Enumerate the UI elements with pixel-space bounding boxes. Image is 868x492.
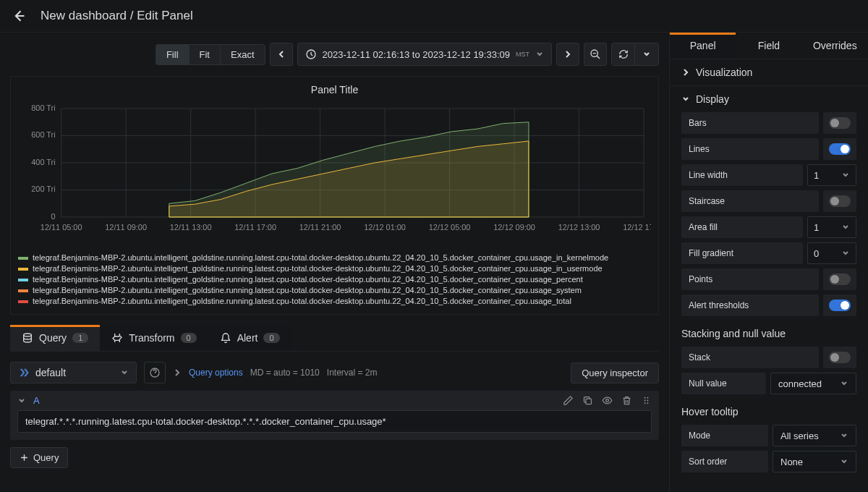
chart-legend: telegraf.Benjamins-MBP-2.ubuntu.intellig… [18, 253, 651, 307]
trash-icon[interactable] [621, 395, 632, 406]
tab-transform[interactable]: Transform0 [100, 325, 208, 351]
edit-icon[interactable] [563, 395, 574, 406]
svg-text:12/11 13:00: 12/11 13:00 [170, 223, 212, 232]
datasource-icon [18, 367, 30, 378]
tab-alert[interactable]: Alert0 [208, 325, 292, 351]
svg-text:0: 0 [51, 212, 56, 221]
refresh-button[interactable] [612, 43, 635, 65]
svg-point-36 [644, 397, 646, 399]
toggle[interactable] [823, 294, 856, 316]
tab-overrides[interactable]: Overrides [802, 33, 868, 59]
toggle[interactable] [823, 347, 856, 368]
svg-text:200 Tri: 200 Tri [31, 184, 55, 193]
fit-mode-group: Fill Fit Exact [156, 44, 265, 65]
query-text-input[interactable] [17, 410, 652, 433]
chevron-down-icon [120, 368, 129, 377]
chart-panel: Panel Title 0200 Tri400 Tri600 Tri800 Tr… [10, 76, 659, 315]
stacking-title: Stacking and null value [681, 328, 856, 339]
select[interactable]: 1 [807, 164, 856, 186]
select[interactable]: connected [770, 373, 856, 394]
svg-text:600 Tri: 600 Tri [31, 130, 55, 139]
time-tz: MST [516, 51, 529, 58]
svg-text:12/12 17:00: 12/12 17:00 [623, 223, 651, 232]
svg-point-39 [647, 400, 648, 402]
toggle[interactable] [823, 190, 856, 212]
legend-item[interactable]: telegraf.Benjamins-MBP-2.ubuntu.intellig… [18, 263, 651, 274]
toggle[interactable] [823, 138, 856, 160]
svg-rect-34 [586, 399, 592, 404]
svg-point-40 [644, 402, 646, 404]
right-tabs: Panel Field Overrides [670, 33, 868, 59]
chart-title: Panel Title [18, 84, 651, 96]
refresh-interval-button[interactable] [635, 43, 658, 65]
chart-svg: 0200 Tri400 Tri600 Tri800 Tri 12/11 05:0… [18, 101, 651, 239]
chevron-right-icon [681, 68, 690, 77]
clock-icon [305, 48, 317, 60]
chevron-down-icon [681, 95, 690, 103]
fit-button[interactable]: Fit [190, 45, 221, 64]
toggle[interactable] [823, 268, 856, 290]
svg-text:12/12 13:00: 12/12 13:00 [558, 223, 600, 232]
legend-item[interactable]: telegraf.Benjamins-MBP-2.ubuntu.intellig… [18, 285, 651, 296]
svg-point-35 [606, 399, 609, 402]
query-options-row: Query options MD = auto = 1010 Interval … [173, 368, 563, 378]
chevron-down-icon [535, 50, 544, 59]
datasource-name: default [35, 367, 66, 378]
select[interactable]: 0 [807, 242, 856, 264]
chevron-right-icon [173, 368, 182, 377]
svg-text:12/11 17:00: 12/11 17:00 [234, 223, 276, 232]
back-arrow-icon[interactable] [12, 9, 26, 23]
copy-icon[interactable] [582, 395, 593, 406]
query-interval-text: Interval = 2m [327, 368, 378, 378]
zoom-out-button[interactable] [584, 43, 607, 66]
select[interactable]: All series [773, 425, 856, 446]
time-range-picker[interactable]: 2023-12-11 02:16:13 to 2023-12-12 19:33:… [297, 43, 553, 66]
svg-text:800 Tri: 800 Tri [31, 103, 55, 112]
chevron-down-icon[interactable] [17, 396, 26, 405]
svg-text:12/11 09:00: 12/11 09:00 [105, 223, 147, 232]
tab-query[interactable]: Query1 [10, 325, 100, 351]
hover-title: Hover tooltip [681, 406, 856, 417]
plus-icon [20, 453, 29, 462]
svg-text:12/11 21:00: 12/11 21:00 [299, 223, 341, 232]
select[interactable]: None [773, 451, 856, 472]
datasource-select[interactable]: default [10, 362, 137, 383]
drag-handle-icon[interactable] [641, 395, 652, 406]
legend-item[interactable]: telegraf.Benjamins-MBP-2.ubuntu.intellig… [18, 253, 651, 263]
query-md-text: MD = auto = 1010 [250, 368, 320, 378]
legend-item[interactable]: telegraf.Benjamins-MBP-2.ubuntu.intellig… [18, 274, 651, 285]
exact-button[interactable]: Exact [221, 45, 265, 64]
time-range-text: 2023-12-11 02:16:13 to 2023-12-12 19:33:… [323, 49, 511, 60]
visualization-section-header[interactable]: Visualization [670, 59, 868, 85]
query-row: A [10, 391, 659, 440]
time-back-button[interactable] [270, 43, 293, 66]
svg-text:12/12 01:00: 12/12 01:00 [364, 223, 406, 232]
header: New dashboard / Edit Panel [0, 0, 868, 33]
svg-point-37 [647, 397, 648, 399]
tab-panel[interactable]: Panel [670, 33, 736, 59]
eye-icon[interactable] [602, 395, 613, 406]
page-title: New dashboard / Edit Panel [41, 9, 193, 23]
svg-text:12/12 05:00: 12/12 05:00 [429, 223, 471, 232]
display-section-header[interactable]: Display [670, 86, 868, 112]
svg-text:400 Tri: 400 Tri [31, 158, 55, 166]
add-query-label: Query [33, 452, 59, 463]
time-forward-button[interactable] [556, 43, 579, 66]
add-query-button[interactable]: Query [10, 447, 68, 468]
svg-point-32 [24, 334, 32, 336]
legend-item[interactable]: telegraf.Benjamins-MBP-2.ubuntu.intellig… [18, 296, 651, 307]
tab-field[interactable]: Field [736, 33, 801, 59]
bottom-tabs: Query1Transform0Alert0 [10, 325, 659, 352]
query-inspector-button[interactable]: Query inspector [571, 362, 659, 383]
svg-text:12/12 09:00: 12/12 09:00 [493, 223, 535, 232]
query-letter: A [33, 395, 40, 406]
svg-text:12/11 05:00: 12/11 05:00 [41, 223, 82, 232]
toggle[interactable] [823, 112, 856, 134]
select[interactable]: 1 [807, 216, 856, 238]
fill-button[interactable]: Fill [156, 45, 190, 64]
refresh-group [611, 43, 659, 66]
query-options-link[interactable]: Query options [189, 368, 243, 378]
datasource-help-button[interactable] [144, 362, 166, 383]
svg-point-38 [644, 400, 646, 402]
svg-point-41 [647, 402, 648, 404]
